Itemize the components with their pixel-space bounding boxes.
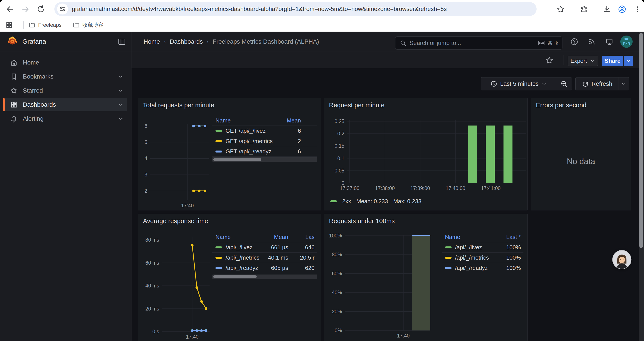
legend-row[interactable]: GET /api/_/livez6 (212, 126, 317, 136)
legend-inline[interactable]: 2xx Mean: 0.233 Max: 0.233 (330, 198, 422, 205)
search-input[interactable] (410, 40, 538, 47)
breadcrumb-separator: › (207, 38, 209, 45)
legend-row[interactable]: /api/_/metrics40.1 ms20.5 r (212, 253, 317, 263)
grafana-header: Home › Dashboards › Freeleaps Metrics Da… (132, 32, 644, 52)
export-button[interactable]: Export (568, 56, 598, 66)
sidebar-item-dashboards[interactable]: Dashboards (0, 98, 132, 112)
browser-toolbar: grafana.mathmast.com/d/deytv4rwavabkb/fr… (0, 0, 644, 19)
bookmark-label: Freeleaps (38, 22, 62, 28)
refresh-label: Refresh (592, 81, 612, 87)
chevron-down-icon (626, 58, 631, 63)
legend-row[interactable]: /api/_/readyz100% (442, 263, 524, 273)
share-dropdown-button[interactable] (624, 56, 633, 66)
site-settings-icon[interactable] (57, 4, 68, 15)
time-range-picker[interactable]: Last 5 minutes (481, 78, 556, 90)
legend-header-row: NameMeanLas (212, 232, 317, 242)
sidebar-collapse-icon[interactable] (118, 37, 126, 46)
star-dashboard-icon[interactable] (545, 56, 554, 65)
sidebar-item-label: Starred (23, 87, 43, 94)
series-swatch (216, 130, 222, 132)
panel-title[interactable]: Requests under 100ms (329, 217, 395, 225)
panel-title[interactable]: Total requests per minute (143, 102, 214, 109)
breadcrumb-home[interactable]: Home (144, 38, 160, 45)
panel-request-per-minute: Request per minute 0.250.20.150.10.05017… (324, 98, 528, 210)
legend-row[interactable]: /api/_/readyz605 µs620 (212, 263, 317, 273)
svg-text:17:37:00: 17:37:00 (340, 185, 360, 191)
chevron-down-icon (542, 81, 546, 86)
refresh-button[interactable]: Refresh (576, 78, 618, 90)
bookmark-star-icon[interactable] (556, 5, 565, 14)
bookmarks-divider (23, 21, 24, 29)
sidebar-item-starred[interactable]: Starred (0, 84, 132, 98)
zoom-out-button[interactable] (556, 78, 572, 90)
back-icon[interactable] (5, 4, 15, 15)
svg-text:80 ms: 80 ms (145, 237, 159, 243)
url-bar[interactable]: grafana.mathmast.com/d/deytv4rwavabkb/fr… (54, 2, 536, 16)
download-icon[interactable] (602, 5, 611, 14)
apps-grid-icon[interactable] (5, 21, 14, 30)
series-mean: Mean: 0.233 (356, 198, 388, 205)
scrollbar-thumb[interactable] (640, 33, 643, 248)
legend-hscrollbar[interactable] (212, 157, 317, 162)
svg-text:20%: 20% (332, 309, 342, 314)
kiosk-monitor-icon[interactable] (606, 38, 613, 46)
legend-row[interactable]: /api/_/metrics100% (442, 253, 524, 263)
breadcrumb: Home › Dashboards › Freeleaps Metrics Da… (144, 32, 319, 52)
help-icon[interactable] (570, 38, 578, 46)
legend-hscrollbar[interactable] (212, 274, 317, 279)
bookmark-item-blogs[interactable]: 收藏博客 (73, 21, 104, 30)
svg-text:100%: 100% (329, 233, 342, 238)
series-name: GET /api/_/livez (226, 128, 266, 134)
legend-row[interactable]: /api/_/livez661 µs646 (212, 242, 317, 253)
panel-requests-under-100ms: Requests under 100ms 100%80%60%40%20%0%1… (324, 214, 528, 341)
search-bar[interactable]: ⌘+k (395, 37, 562, 50)
refresh-controls-group: Refresh (576, 77, 629, 90)
user-avatar[interactable] (620, 36, 632, 48)
sidebar-item-alerting[interactable]: Alerting (0, 112, 132, 126)
news-rss-icon[interactable] (588, 38, 596, 46)
chevron-down-icon (118, 116, 124, 122)
panel-title[interactable]: Request per minute (329, 102, 384, 109)
request-per-minute-chart[interactable]: 0.250.20.150.10.05017:37:0017:38:0017:39… (324, 98, 528, 210)
svg-text:3: 3 (144, 172, 147, 178)
sidebar-item-home[interactable]: Home (0, 56, 132, 70)
legend-row[interactable]: /api/_/livez100% (442, 242, 524, 253)
series-swatch (445, 246, 452, 248)
time-range-label: Last 5 minutes (500, 81, 539, 87)
panel-title[interactable]: Errors per second (536, 102, 586, 109)
series-name: /api/_/livez (226, 244, 252, 251)
brand-name[interactable]: Grafana (22, 38, 46, 45)
menu-kebab-icon[interactable] (633, 5, 642, 14)
chevron-down-icon (118, 102, 124, 108)
dashboards-grid-icon (10, 101, 18, 108)
svg-text:40%: 40% (332, 290, 342, 295)
profile-icon[interactable] (618, 5, 626, 14)
bookmark-item-freeleaps[interactable]: Freeleaps (28, 21, 62, 30)
url-text: grafana.mathmast.com/d/deytv4rwavabkb/fr… (72, 6, 447, 13)
legend-row[interactable]: GET /api/_/readyz6 (212, 146, 317, 157)
refresh-interval-dropdown[interactable] (619, 78, 629, 90)
bell-icon (10, 115, 18, 122)
series-swatch (216, 267, 222, 269)
extensions-icon[interactable] (580, 5, 588, 14)
reload-icon[interactable] (36, 4, 46, 15)
sidebar-item-bookmarks[interactable]: Bookmarks (0, 70, 132, 84)
floating-assistant-avatar[interactable] (612, 250, 632, 269)
sidebar-item-label: Home (23, 59, 39, 66)
svg-text:20 ms: 20 ms (145, 306, 159, 311)
grafana-logo-icon[interactable] (6, 36, 18, 48)
svg-text:4: 4 (144, 156, 147, 161)
legend-row[interactable]: GET /api/_/metrics2 (212, 136, 317, 146)
bookmark-label: 收藏博客 (82, 22, 104, 29)
share-button[interactable]: Share (602, 56, 623, 66)
breadcrumb-dashboards[interactable]: Dashboards (170, 38, 203, 45)
page-scrollbar[interactable] (639, 32, 644, 341)
svg-text:17:40: 17:40 (186, 334, 198, 340)
forward-icon[interactable] (20, 4, 31, 15)
panel-errors-per-second: Errors per second No data (531, 98, 631, 210)
toolbar-divider (564, 55, 564, 65)
series-swatch (330, 200, 337, 202)
folder-icon (73, 22, 80, 29)
panel-title[interactable]: Average response time (143, 217, 208, 225)
svg-text:17:40:00: 17:40:00 (446, 185, 465, 191)
